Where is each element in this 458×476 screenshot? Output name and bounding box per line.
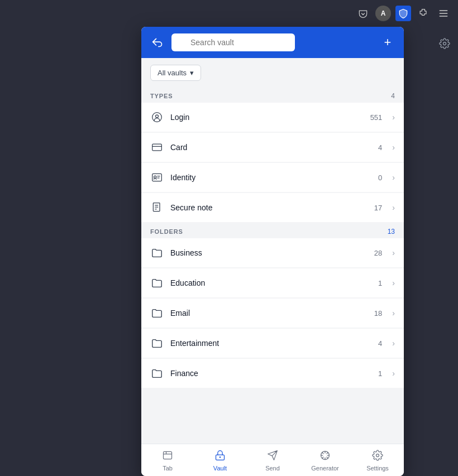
browser-bar: A <box>0 0 458 27</box>
email-label: Email <box>170 309 368 318</box>
vault-selector-chevron: ▾ <box>190 69 194 77</box>
entertainment-chevron: › <box>392 339 395 348</box>
menu-icon[interactable] <box>436 6 451 21</box>
folder-item-education[interactable]: Education 1 › <box>141 268 404 298</box>
svg-rect-4 <box>152 144 162 151</box>
vault-selector-area: All vaults ▾ <box>141 58 404 88</box>
business-chevron: › <box>392 248 395 257</box>
identity-chevron: › <box>392 173 395 182</box>
svg-point-10 <box>220 456 221 458</box>
folder-item-business[interactable]: Business 28 › <box>141 238 404 268</box>
note-icon <box>150 201 164 214</box>
page-settings-icon[interactable] <box>439 38 450 52</box>
type-item-login[interactable]: Login 551 › <box>141 103 404 132</box>
login-label: Login <box>170 113 364 122</box>
business-count: 28 <box>374 249 382 257</box>
bottom-nav: Tab Vault Send <box>141 444 404 476</box>
business-label: Business <box>170 248 368 257</box>
type-item-secure-note[interactable]: Secure note 17 › <box>141 193 404 223</box>
pocket-icon[interactable] <box>355 6 371 21</box>
identity-count: 0 <box>378 174 382 182</box>
bitwarden-popup: + All vaults ▾ TYPES 4 Login <box>141 27 404 476</box>
nav-tab[interactable]: Tab <box>141 444 194 476</box>
card-label: Card <box>170 143 371 152</box>
add-button[interactable]: + <box>379 34 396 51</box>
folder-icon-entertainment <box>150 336 164 350</box>
education-count: 1 <box>378 279 382 287</box>
nav-vault[interactable]: Vault <box>194 444 246 476</box>
entertainment-count: 4 <box>378 339 382 348</box>
folder-icon-education <box>150 276 164 290</box>
popup-header: + <box>141 27 404 58</box>
folders-count: 13 <box>388 228 395 235</box>
login-icon <box>150 110 164 124</box>
nav-send[interactable]: Send <box>246 444 299 476</box>
send-label: Send <box>265 465 280 472</box>
popup-content[interactable]: All vaults ▾ TYPES 4 Login 551 › <box>141 58 404 444</box>
email-chevron: › <box>392 309 395 318</box>
type-item-identity[interactable]: Identity 0 › <box>141 163 404 193</box>
types-section-header: TYPES 4 <box>141 88 404 102</box>
entertainment-label: Entertainment <box>170 339 371 348</box>
vault-selector-label: All vaults <box>158 69 187 77</box>
card-icon <box>150 141 164 154</box>
login-chevron: › <box>392 113 395 122</box>
svg-rect-8 <box>164 451 172 459</box>
vault-label: Vault <box>213 465 227 472</box>
secure-note-label: Secure note <box>170 203 368 212</box>
folder-icon-business <box>150 246 164 259</box>
folder-item-finance[interactable]: Finance 1 › <box>141 359 404 388</box>
identity-label: Identity <box>170 173 371 182</box>
generator-label: Generator <box>311 465 339 472</box>
vault-icon <box>214 450 226 463</box>
svg-point-3 <box>156 115 159 118</box>
education-label: Education <box>170 278 371 287</box>
search-wrapper <box>171 33 374 51</box>
folder-item-entertainment[interactable]: Entertainment 4 › <box>141 329 404 358</box>
secure-note-chevron: › <box>392 203 395 212</box>
settings-label: Settings <box>366 465 389 472</box>
tab-label: Tab <box>163 465 173 472</box>
finance-chevron: › <box>392 369 395 378</box>
svg-point-12 <box>376 454 379 457</box>
send-icon <box>267 450 278 463</box>
account-icon[interactable]: A <box>375 6 391 21</box>
secure-note-count: 17 <box>374 204 382 212</box>
extensions-icon[interactable] <box>416 6 431 21</box>
svg-point-0 <box>443 42 446 45</box>
type-item-card[interactable]: Card 4 › <box>141 133 404 162</box>
email-count: 18 <box>374 309 382 318</box>
identity-icon <box>150 171 164 184</box>
finance-label: Finance <box>170 369 371 378</box>
settings-icon <box>372 450 383 463</box>
tab-icon <box>162 450 173 463</box>
folder-icon-email <box>150 306 164 320</box>
back-button[interactable] <box>149 34 166 51</box>
bitwarden-icon[interactable] <box>395 6 411 21</box>
generator-icon <box>319 450 331 463</box>
types-title: TYPES <box>150 93 173 99</box>
card-chevron: › <box>392 143 395 152</box>
login-count: 551 <box>370 113 383 122</box>
folders-section-header: FOLDERS 13 <box>141 223 404 238</box>
card-count: 4 <box>378 143 382 152</box>
folder-item-email[interactable]: Email 18 › <box>141 299 404 328</box>
folder-icon-finance <box>150 367 164 380</box>
finance-count: 1 <box>378 369 382 378</box>
types-count: 4 <box>391 92 395 100</box>
folders-title: FOLDERS <box>150 228 183 235</box>
svg-point-2 <box>152 113 162 122</box>
nav-generator[interactable]: Generator <box>299 444 351 476</box>
education-chevron: › <box>392 278 395 287</box>
nav-settings[interactable]: Settings <box>351 444 404 476</box>
svg-point-6 <box>154 176 156 178</box>
vault-selector-button[interactable]: All vaults ▾ <box>150 65 201 81</box>
search-input[interactable] <box>171 33 295 51</box>
